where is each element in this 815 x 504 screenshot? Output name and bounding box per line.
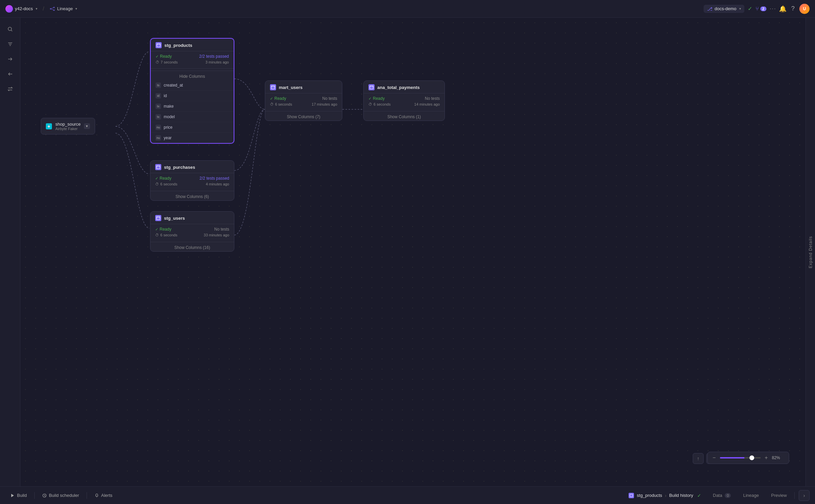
hide-columns-row[interactable]: Hide Columns (151, 71, 234, 80)
switch-button[interactable] (4, 83, 16, 95)
stg-users-status-row: Ready No tests (155, 227, 229, 232)
app-name: y42-docs (15, 6, 33, 11)
breadcrumb: stg_products › Build history ✓ (629, 493, 701, 498)
stg-purchases-body: Ready 2/2 tests passed ⏱ 6 seconds 4 min… (150, 173, 234, 189)
notifications-icon[interactable]: 🔔 (779, 5, 786, 13)
stg-purchases-ago: 4 minutes ago (206, 182, 229, 186)
source-label: shop_source (55, 122, 80, 127)
alerts-button[interactable]: Alerts (90, 491, 117, 500)
svg-rect-20 (370, 86, 373, 89)
clock-icon: ⏱ (156, 60, 159, 64)
stg-users-card[interactable]: stg_users Ready No tests ⏱ 6 seconds 33 … (150, 211, 234, 252)
bottom-bar: Build Build scheduler Alerts stg_product (0, 486, 815, 504)
forward-button[interactable] (4, 53, 16, 65)
nav-up-button[interactable]: ↑ (693, 453, 704, 464)
svg-rect-18 (271, 86, 275, 89)
topbar-left: y42-docs ▾ / Lineage ▾ (5, 5, 701, 13)
app-chevron: ▾ (36, 7, 37, 11)
col-name-year: year (164, 136, 171, 140)
help-icon[interactable]: ? (791, 5, 795, 12)
stg-purchases-show-columns-button[interactable]: Show Columns (6) (176, 194, 209, 199)
column-year: nu year (151, 133, 234, 143)
expand-panel[interactable]: Expand Details (805, 18, 815, 486)
build-button[interactable]: Build (5, 491, 32, 500)
zoom-slider[interactable] (720, 457, 761, 458)
source-sub: Airbyte Faker (55, 127, 80, 131)
col-type-model: tx (156, 114, 161, 120)
ana-payments-timing: ⏱ 6 seconds 14 minutes ago (368, 102, 440, 106)
back-button[interactable] (4, 68, 16, 80)
tab-lineage-button[interactable]: Lineage (737, 491, 765, 500)
branch-name: docs-demo (714, 6, 736, 11)
source-dropdown-button[interactable]: ▾ (84, 123, 90, 129)
bottom-left: Build Build scheduler Alerts (5, 491, 629, 500)
svg-rect-16 (157, 216, 160, 220)
arrow-left-icon (7, 71, 13, 77)
zoom-out-button[interactable]: − (712, 455, 716, 461)
lineage-chevron: ▾ (75, 7, 77, 11)
filter-button[interactable] (4, 38, 16, 50)
branch-selector[interactable]: ⎇ docs-demo ▾ (704, 5, 744, 13)
ana-total-payments-card[interactable]: ana_total_payments Ready No tests ⏱ 6 se… (363, 80, 445, 121)
hide-columns-button[interactable]: Hide Columns (179, 74, 205, 79)
topbar-divider: / (43, 6, 44, 12)
expand-right-button[interactable]: › (799, 490, 810, 501)
source-info: shop_source Airbyte Faker (55, 122, 80, 131)
stg-users-show-columns-button[interactable]: Show Columns (16) (174, 245, 210, 250)
avatar[interactable]: U (799, 4, 810, 14)
svg-line-6 (11, 30, 12, 31)
left-sidebar (0, 18, 20, 486)
lineage-icon (50, 6, 55, 12)
svg-rect-12 (157, 43, 160, 47)
app-icon (5, 5, 13, 13)
bottom-right: stg_products › Build history ✓ Data 0 Li… (629, 490, 810, 501)
stg-products-icon (156, 42, 162, 48)
svg-line-25 (44, 496, 45, 496)
more-menu[interactable]: ··· (770, 6, 776, 12)
col-type-id: id (156, 93, 161, 98)
tab-preview-button[interactable]: Preview (765, 491, 793, 500)
stg-purchases-header: stg_purchases (150, 161, 234, 173)
breadcrumb-node-name: stg_products (637, 493, 662, 498)
ana-payments-show-columns-button[interactable]: Show Columns (1) (387, 114, 421, 119)
lineage-nav[interactable]: Lineage ▾ (50, 6, 77, 12)
mart-users-card[interactable]: mart_users Ready No tests ⏱ 6 seconds 17… (265, 80, 342, 121)
stg-users-status: Ready (155, 227, 171, 232)
clock-icon-5: ⏱ (368, 102, 372, 106)
app-selector[interactable]: y42-docs ▾ (5, 5, 37, 13)
pr-badge: 2 (760, 6, 766, 11)
mart-users-action[interactable]: Show Columns (7) (265, 111, 342, 121)
ana-payments-status-row: Ready No tests (368, 96, 440, 101)
check-icon: ✓ (748, 5, 752, 12)
col-name-price: price (164, 125, 173, 130)
tab-data-button[interactable]: Data 0 (707, 491, 737, 500)
svg-line-3 (51, 7, 53, 8)
mart-users-ago: 17 minutes ago (312, 102, 337, 106)
mart-users-show-columns-button[interactable]: Show Columns (7) (287, 114, 321, 119)
clock-icon-bottom (42, 493, 47, 498)
stg-users-header: stg_users (150, 212, 234, 224)
col-name-created-at: created_at (164, 83, 183, 88)
arrow-right-icon (7, 56, 13, 62)
search-button[interactable] (4, 23, 16, 35)
column-price: nu price (151, 122, 234, 133)
stg-products-tests: 2/2 tests passed (199, 54, 229, 59)
play-icon (10, 493, 15, 498)
svg-marker-22 (11, 494, 14, 497)
svg-point-0 (50, 8, 51, 10)
ana-payments-status: Ready (368, 96, 385, 101)
stg-purchases-action[interactable]: Show Columns (6) (150, 191, 234, 200)
build-scheduler-button[interactable]: Build scheduler (37, 491, 84, 500)
lineage-label: Lineage (57, 6, 73, 11)
zoom-in-button[interactable]: + (765, 455, 768, 461)
stg-products-time: ⏱ 7 seconds (156, 60, 178, 64)
ana-payments-action[interactable]: Show Columns (1) (364, 111, 445, 121)
stg-purchases-card[interactable]: stg_purchases Ready 2/2 tests passed ⏱ 6… (150, 160, 234, 201)
mart-users-status: Ready (270, 96, 286, 101)
ana-payments-header: ana_total_payments (364, 81, 445, 93)
column-make: tx make (151, 101, 234, 112)
shop-source-node[interactable]: ◆ shop_source Airbyte Faker ▾ (41, 118, 95, 134)
stg-products-columns: Hide Columns ts created_at id id tx make… (151, 68, 234, 143)
stg-products-card[interactable]: stg_products Ready 2/2 tests passed ⏱ 7 … (150, 38, 234, 144)
stg-users-action[interactable]: Show Columns (16) (150, 242, 234, 251)
